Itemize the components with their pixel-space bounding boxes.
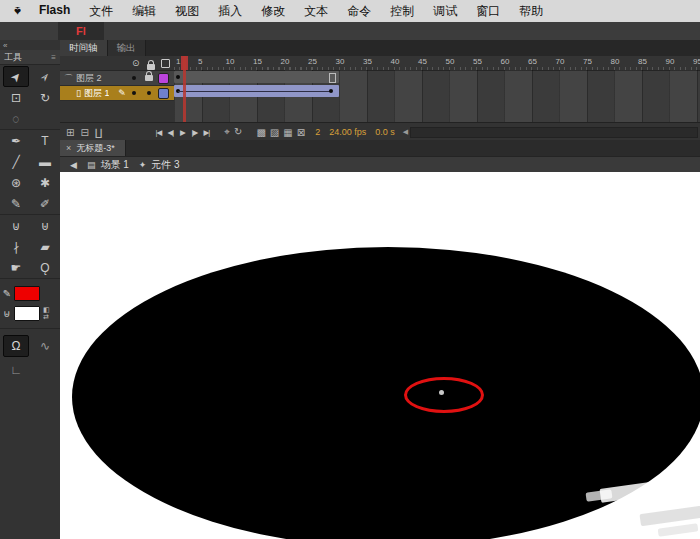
frame-rate-value[interactable]: 24.00 fps — [329, 127, 366, 137]
selected-red-ellipse-outline[interactable] — [404, 377, 484, 413]
smooth-option[interactable]: ∿ — [32, 335, 58, 357]
back-arrow-icon[interactable]: ◀ — [70, 160, 77, 170]
layer-row-图层 1[interactable]: ▯图层 1✎ — [60, 86, 174, 101]
menu-item-插入[interactable]: 插入 — [218, 3, 242, 20]
menu-item-修改[interactable]: 修改 — [261, 3, 285, 20]
spray-brush-tool[interactable]: ⊛ — [3, 172, 29, 193]
layer-rows: ⌒图层 2▯图层 1✎ — [60, 71, 174, 101]
layer-name[interactable]: 图层 2 — [76, 72, 102, 85]
ink-bottle-tool[interactable]: ⊍ — [3, 215, 29, 236]
scroll-left-arrow-icon[interactable]: ◀ — [403, 128, 408, 136]
frame-ruler[interactable]: 15101520253035404550556065707580859095 — [174, 56, 700, 71]
play-button[interactable]: ▶ — [176, 128, 188, 137]
breadcrumb-symbol[interactable]: 元件 3 — [151, 158, 179, 172]
scrollbar-track[interactable] — [410, 127, 698, 138]
layer-buttons: ⊞⊟∐ — [60, 127, 102, 138]
fill-color-swatch[interactable] — [14, 306, 40, 321]
playhead-line — [183, 56, 186, 122]
elapsed-time-value: 0.0 s — [375, 127, 395, 137]
text-tool[interactable]: T — [32, 130, 58, 151]
swap-colors[interactable]: ⇄ — [43, 313, 50, 320]
layer-lock-toggle[interactable] — [143, 86, 155, 100]
step-back-button[interactable]: ◀| — [164, 128, 176, 137]
menu-item-文件[interactable]: 文件 — [89, 3, 113, 20]
layer-outline-color-swatch[interactable] — [157, 86, 169, 100]
collapse-panel-icon[interactable]: « — [3, 41, 7, 50]
snap-to-objects-option[interactable]: Ω — [3, 335, 29, 357]
line-tool[interactable]: ╱ — [3, 151, 29, 172]
panel-menu-icon[interactable]: ≡ — [51, 53, 56, 62]
eyedropper-tool[interactable]: ∤ — [3, 236, 29, 257]
tools-panel: « 工具 ≡ ➤➢⊡↻◌✒T╱▬⊛✱✎✐⊍⊎∤▰☛Ǫ ✎ ⊎ ◧⇄ Ω∿∟ — [0, 40, 61, 539]
breadcrumb-scene[interactable]: 场景 1 — [100, 158, 128, 172]
subselection-tool-icon: ➢ — [36, 68, 53, 85]
show-hide-all-layers-icon[interactable]: ⊙ — [132, 58, 140, 68]
menu-item-帮助[interactable]: 帮助 — [519, 3, 543, 20]
menu-item-文本[interactable]: 文本 — [304, 3, 328, 20]
center-frame-button[interactable]: ⌖ — [224, 126, 230, 138]
apple-icon[interactable]: ♠ — [14, 5, 21, 18]
timeline-frames-area[interactable]: 15101520253035404550556065707580859095 — [174, 56, 700, 122]
show-all-layers-as-outlines-icon[interactable] — [161, 59, 170, 70]
layer-name[interactable]: 图层 1 — [84, 87, 110, 100]
3d-rotation-tool[interactable]: ↻ — [32, 87, 58, 108]
brush-tool-icon: ✐ — [40, 197, 50, 211]
zoom-tool-icon: Ǫ — [40, 261, 49, 275]
loop-controls: ⌖↻ — [224, 126, 242, 138]
selection-tool[interactable]: ➤ — [3, 66, 29, 87]
close-document-icon[interactable]: × — [66, 143, 71, 153]
menu-item-窗口[interactable]: 窗口 — [476, 3, 500, 20]
lasso-tool[interactable]: ◌ — [3, 108, 29, 129]
tween-arrow-line — [178, 91, 331, 92]
eraser-tool[interactable]: ▰ — [32, 236, 58, 257]
edit-multiple-frames-button[interactable]: ▦ — [283, 127, 292, 138]
layer-outline-color-swatch[interactable] — [157, 71, 169, 85]
subselection-tool[interactable]: ➢ — [32, 66, 58, 87]
document-tab[interactable]: × 无标题-3* — [60, 140, 126, 156]
pen-tool[interactable]: ✒ — [3, 130, 29, 151]
black-white-swatches[interactable]: ◧ — [43, 306, 50, 313]
rectangle-tool[interactable]: ▬ — [32, 151, 58, 172]
onion-skin-outlines-button[interactable]: ▨ — [270, 127, 279, 138]
free-transform-tool[interactable]: ⊡ — [3, 87, 29, 108]
layer-visibility-toggle[interactable] — [128, 71, 140, 85]
menu-item-控制[interactable]: 控制 — [390, 3, 414, 20]
pencil-tool[interactable]: ✎ — [3, 193, 29, 214]
menu-item-视图[interactable]: 视图 — [175, 3, 199, 20]
tab-输出[interactable]: 输出 — [108, 40, 146, 56]
menu-item-调试[interactable]: 调试 — [433, 3, 457, 20]
deco-tool[interactable]: ✱ — [32, 172, 58, 193]
timeline-horizontal-scrollbar[interactable]: ◀ — [403, 127, 698, 138]
menu-item-编辑[interactable]: 编辑 — [132, 3, 156, 20]
tool-options: Ω∿∟ — [0, 328, 60, 382]
onion-skin-button[interactable]: ▩ — [256, 127, 265, 138]
brush-tool[interactable]: ✐ — [32, 193, 58, 214]
paint-bucket-tool[interactable]: ⊎ — [32, 215, 58, 236]
spray-brush-tool-icon: ⊛ — [11, 176, 21, 190]
tools-panel-title: 工具 — [4, 51, 22, 64]
static-span[interactable] — [174, 71, 339, 83]
hand-tool[interactable]: ☛ — [3, 257, 29, 278]
motion-tween-span[interactable] — [174, 85, 339, 97]
straighten-option[interactable]: ∟ — [3, 359, 29, 381]
menu-item-命令[interactable]: 命令 — [347, 3, 371, 20]
stroke-color-swatch[interactable] — [14, 286, 40, 301]
go-to-last-frame-button[interactable]: ▶| — [200, 128, 212, 137]
zoom-tool[interactable]: Ǫ — [32, 257, 58, 278]
new-folder-button[interactable]: ⊟ — [80, 127, 88, 138]
layer-visibility-toggle[interactable] — [128, 86, 140, 100]
go-to-first-frame-button[interactable]: |◀ — [152, 128, 164, 137]
flash-app-logo: Fl — [58, 22, 104, 40]
loop-playback-button[interactable]: ↻ — [234, 126, 242, 138]
modify-markers-button[interactable]: ⊠ — [297, 127, 305, 138]
ruler-frame-label: 90 — [666, 57, 675, 66]
stage-canvas[interactable] — [60, 172, 700, 539]
delete-layer-button[interactable]: ∐ — [95, 127, 103, 138]
step-forward-button[interactable]: |▶ — [188, 128, 200, 137]
layer-lock-toggle[interactable] — [143, 71, 155, 85]
menu-flash[interactable]: Flash — [39, 3, 70, 20]
tab-时间轴[interactable]: 时间轴 — [60, 40, 108, 56]
new-layer-button[interactable]: ⊞ — [66, 127, 74, 138]
layer-row-图层 2[interactable]: ⌒图层 2 — [60, 71, 174, 86]
current-frame-value[interactable]: 2 — [315, 127, 320, 137]
